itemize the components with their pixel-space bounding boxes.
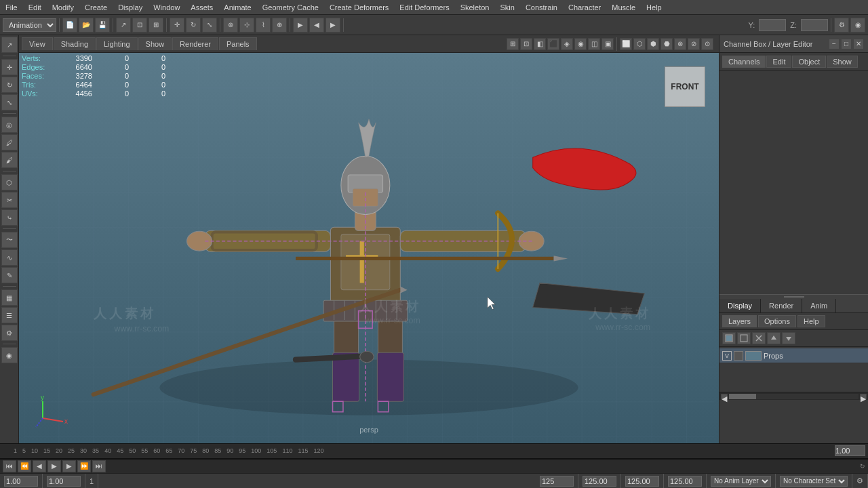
menu-help[interactable]: Help <box>641 2 667 13</box>
front-cube-widget[interactable]: FRONT <box>665 66 705 107</box>
status-no-char-set[interactable]: No Character Set <box>776 474 852 488</box>
viewport-3d[interactable]: Verts: 3390 0 0 Edges: 6640 0 0 Faces: 3… <box>19 53 719 443</box>
channel-tab-channels[interactable]: Channels <box>722 56 766 68</box>
menu-modify[interactable]: Modify <box>47 2 79 13</box>
layer-move-down-btn[interactable] <box>782 332 795 344</box>
viewport-icon-1[interactable]: ⊞ <box>507 38 519 50</box>
hscroll-track[interactable] <box>729 394 859 399</box>
cv-curve-btn[interactable]: 〜 <box>1 232 18 248</box>
playback-forward-one[interactable]: ▶ <box>62 460 76 472</box>
menu-muscle[interactable]: Muscle <box>606 2 641 13</box>
connect-tool-btn[interactable]: ⤷ <box>1 209 18 226</box>
rotate-tool-btn[interactable]: ↻ <box>1 77 18 93</box>
menu-file[interactable]: File <box>0 2 23 13</box>
toolbar-rotate-tool[interactable]: ↻ <box>186 18 201 33</box>
layer-new-btn[interactable] <box>722 332 736 344</box>
multi-cut-btn[interactable]: ✂ <box>1 192 18 208</box>
layer-row-props[interactable]: V Props <box>719 348 868 363</box>
toolbar-next-key[interactable]: ▶ <box>326 18 340 33</box>
layer-subtab-help[interactable]: Help <box>797 315 825 327</box>
toolbar-open-file[interactable]: 📂 <box>79 18 94 33</box>
layer-delete-btn[interactable] <box>752 332 766 344</box>
toolbar-snap-grid[interactable]: ⊹ <box>239 18 254 33</box>
layer-tab-render[interactable]: Render <box>761 299 802 312</box>
menu-geometry-cache[interactable]: Geometry Cache <box>257 2 324 13</box>
viewport-icon-7[interactable]: ◫ <box>588 38 600 50</box>
menu-edit[interactable]: Edit <box>23 2 47 13</box>
menu-create-deformers[interactable]: Create Deformers <box>324 2 394 13</box>
toolbar-snap-curve[interactable]: ⌇ <box>256 18 271 33</box>
toolbar-select-tool[interactable]: ↗ <box>116 18 131 33</box>
tab-view[interactable]: View <box>22 37 53 50</box>
toolbar-save[interactable]: 💾 <box>95 18 110 33</box>
viewport-icon-10[interactable]: ⬡ <box>633 38 646 50</box>
hscroll-right-btn[interactable]: ▶ <box>860 394 867 399</box>
scale-tool-btn[interactable]: ⤡ <box>1 94 18 110</box>
menu-animate[interactable]: Animate <box>218 2 256 13</box>
toolbar-new-scene[interactable]: 📄 <box>62 18 77 33</box>
status-input-1[interactable] <box>4 476 38 487</box>
layer-subtab-options[interactable]: Options <box>758 315 796 327</box>
status-no-anim-layer[interactable]: No Anim Layer <box>707 474 776 488</box>
layer-visibility-toggle[interactable]: V <box>722 351 732 361</box>
paint-select-btn[interactable]: 🖌 <box>1 152 18 168</box>
menu-edit-deformers[interactable]: Edit Deformers <box>394 2 454 13</box>
toolbar-move-tool[interactable]: ✛ <box>170 18 184 33</box>
pencil-curve-btn[interactable]: ✎ <box>1 267 18 283</box>
status-input-2[interactable] <box>47 476 81 487</box>
tab-panels[interactable]: Panels <box>219 37 257 50</box>
channel-tab-show[interactable]: Show <box>827 56 858 68</box>
viewport-icon-11[interactable]: ⬢ <box>647 38 659 50</box>
viewport-icon-8[interactable]: ▣ <box>601 38 614 50</box>
layer-tab-anim[interactable]: Anim <box>802 299 836 312</box>
create-polygon-btn[interactable]: ⬡ <box>1 174 18 190</box>
timeline-ruler[interactable]: 1 5 10 15 20 25 30 35 40 45 50 55 60 65 … <box>0 444 868 459</box>
toolbar-snap-point[interactable]: ⊕ <box>272 18 287 33</box>
animation-mode-dropdown[interactable]: Animation <box>3 18 56 32</box>
status-settings-icon[interactable]: ⚙ <box>856 476 863 485</box>
viewport-icon-4[interactable]: ⬛ <box>547 38 559 50</box>
status-time2-input[interactable] <box>625 476 659 487</box>
tab-show[interactable]: Show <box>138 37 172 50</box>
render-btn[interactable]: ◉ <box>1 347 18 363</box>
viewport-icon-12[interactable]: ⬣ <box>660 38 673 50</box>
viewport-icon-2[interactable]: ⊡ <box>520 38 532 50</box>
menu-window[interactable]: Window <box>148 2 185 13</box>
status-time1-input[interactable] <box>583 476 616 487</box>
char-set-select[interactable]: No Character Set <box>780 476 848 487</box>
z-input[interactable] <box>801 19 828 31</box>
toolbar-render-settings[interactable]: ⚙ <box>834 18 849 33</box>
y-input[interactable] <box>759 19 786 31</box>
sculpt-btn[interactable]: 🖊 <box>1 134 18 150</box>
toolbar-soft-select[interactable]: ⊛ <box>223 18 238 33</box>
layer-move-up-btn[interactable] <box>767 332 781 344</box>
toolbar-render-view[interactable]: ◉ <box>850 18 865 33</box>
viewport-icon-3[interactable]: ◧ <box>534 38 546 50</box>
viewport-icon-13[interactable]: ⊗ <box>674 38 686 50</box>
layers-btn[interactable]: ▦ <box>1 289 18 306</box>
layer-new-empty-btn[interactable] <box>737 332 751 344</box>
viewport-icon-5[interactable]: ◈ <box>561 38 573 50</box>
tab-renderer[interactable]: Renderer <box>172 37 218 50</box>
select-tool-btn[interactable]: ↗ <box>1 37 18 53</box>
playback-goto-end[interactable]: ⏭ <box>92 460 106 472</box>
playback-play[interactable]: ▶ <box>47 460 61 472</box>
viewport-icon-15[interactable]: ⊙ <box>701 38 713 50</box>
status-time3-input[interactable] <box>668 476 702 487</box>
attr-editor-btn[interactable]: ⚙ <box>1 325 18 341</box>
menu-constrain[interactable]: Constrain <box>520 2 563 13</box>
anim-layer-select[interactable]: No Anim Layer <box>711 476 771 487</box>
hscroll-thumb[interactable] <box>729 394 756 399</box>
toolbar-paint-tool[interactable]: ⊞ <box>149 18 163 33</box>
menu-display[interactable]: Display <box>113 2 148 13</box>
status-end-frame-input[interactable] <box>540 476 574 487</box>
toolbar-playback[interactable]: ▶ <box>293 18 308 33</box>
viewport-icon-14[interactable]: ⊘ <box>688 38 700 50</box>
channel-tab-edit[interactable]: Edit <box>766 56 791 68</box>
menu-skin[interactable]: Skin <box>494 2 519 13</box>
timeline-end-frame[interactable] <box>835 445 865 456</box>
toolbar-lasso-tool[interactable]: ⊡ <box>132 18 147 33</box>
layer-color-swatch[interactable] <box>745 351 762 361</box>
playback-back-one[interactable]: ◀ <box>33 460 46 472</box>
layer-subtab-layers[interactable]: Layers <box>722 315 757 327</box>
